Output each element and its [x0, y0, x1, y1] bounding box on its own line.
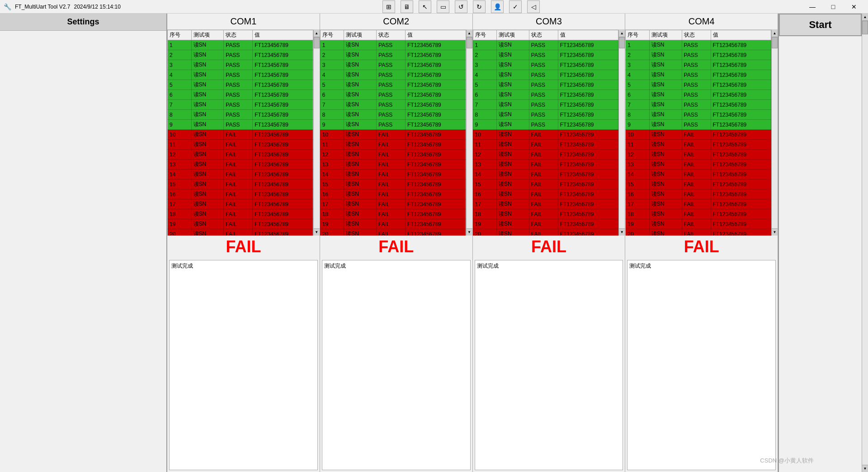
com3-scrollbar[interactable]: ▲ ▼ [618, 30, 625, 236]
cell-item: 读SN [497, 120, 529, 130]
main-scrollbar[interactable]: ▲ ▼ [862, 14, 868, 472]
cell-id: 16 [168, 189, 192, 199]
cell-id: 1 [168, 40, 192, 50]
toolbar-refresh-icon[interactable]: ↻ [473, 0, 486, 13]
cell-value: FT123456789 [558, 229, 618, 236]
com4-table: 序号 测试项 状态 值 1 读SN PASS FT123456789 2 读SN… [625, 30, 771, 236]
com3-scroll-up[interactable]: ▲ [619, 30, 625, 37]
table-row: 18 读SN FAIL FT123456789 [473, 209, 618, 219]
com4-scroll-down[interactable]: ▼ [772, 228, 778, 236]
cell-id: 9 [626, 120, 650, 130]
table-row: 13 读SN FAIL FT123456789 [626, 160, 771, 170]
cell-id: 8 [320, 110, 344, 120]
table-row: 3 读SN PASS FT123456789 [626, 60, 771, 70]
com1-scroll-thumb[interactable] [314, 37, 320, 48]
minimize-button[interactable]: — [802, 0, 823, 14]
cell-item: 读SN [649, 189, 682, 199]
start-button[interactable]: Start [779, 14, 862, 36]
com1-col-status: 状态 [224, 30, 253, 40]
toolbar-rotate-icon[interactable]: ↺ [455, 0, 467, 13]
com2-scroll-down[interactable]: ▼ [467, 228, 472, 236]
table-row: 13 读SN FAIL FT123456789 [320, 160, 466, 170]
main-scroll-up[interactable]: ▲ [862, 14, 868, 21]
com1-title: COM1 [167, 14, 320, 30]
table-row: 6 读SN PASS FT123456789 [168, 90, 313, 100]
maximize-button[interactable]: □ [823, 0, 844, 14]
com1-scrollbar[interactable]: ▲ ▼ [313, 30, 320, 236]
cell-value: FT123456789 [558, 120, 618, 130]
cell-item: 读SN [191, 40, 224, 50]
cell-item: 读SN [191, 140, 224, 150]
title-bar-left: 🔧 FT_MultiUart Tool V2.7 2024/9/12 15:14… [4, 3, 121, 10]
cell-status: FAIL [682, 179, 711, 189]
com2-scrollbar[interactable]: ▲ ▼ [466, 30, 472, 236]
cell-status: PASS [529, 50, 558, 60]
cell-id: 3 [320, 60, 344, 70]
toolbar-cursor-icon[interactable]: ↖ [419, 0, 431, 13]
toolbar-rect-icon[interactable]: ▭ [437, 0, 449, 13]
table-row: 9 读SN PASS FT123456789 [320, 120, 466, 130]
cell-item: 读SN [649, 160, 682, 170]
cell-item: 读SN [191, 70, 224, 80]
cell-value: FT123456789 [558, 209, 618, 219]
com3-scroll-thumb[interactable] [619, 37, 625, 48]
cell-value: FT123456789 [253, 160, 313, 170]
table-row: 5 读SN PASS FT123456789 [473, 80, 618, 90]
com1-scroll-up[interactable]: ▲ [314, 30, 320, 37]
com3-scroll-down[interactable]: ▼ [619, 228, 625, 236]
cell-value: FT123456789 [558, 80, 618, 90]
title-bar: 🔧 FT_MultiUart Tool V2.7 2024/9/12 15:14… [0, 0, 868, 14]
table-row: 14 读SN FAIL FT123456789 [473, 170, 618, 179]
cell-value: FT123456789 [406, 160, 466, 170]
cell-status: FAIL [224, 150, 253, 160]
com4-scroll-up[interactable]: ▲ [772, 30, 778, 37]
toolbar-check-icon[interactable]: ✓ [509, 0, 522, 13]
cell-id: 7 [626, 100, 650, 110]
cell-id: 9 [320, 120, 344, 130]
table-row: 4 读SN PASS FT123456789 [626, 70, 771, 80]
table-row: 7 读SN PASS FT123456789 [626, 100, 771, 110]
com3-panel: COM3 序号 测试项 状态 值 [473, 14, 626, 472]
cell-value: FT123456789 [406, 150, 466, 160]
cell-value: FT123456789 [253, 120, 313, 130]
cell-item: 读SN [344, 110, 377, 120]
com2-table: 序号 测试项 状态 值 1 读SN PASS FT123456789 2 读SN… [320, 30, 466, 236]
table-row: 8 读SN PASS FT123456789 [320, 110, 466, 120]
cell-item: 读SN [191, 179, 224, 189]
com1-scroll-track [314, 37, 320, 228]
toolbar-monitor-icon[interactable]: 🖥 [401, 0, 413, 13]
com2-scroll-thumb[interactable] [467, 37, 472, 48]
cell-status: FAIL [377, 160, 406, 170]
cell-value: FT123456789 [711, 209, 771, 219]
table-row: 4 读SN PASS FT123456789 [168, 70, 313, 80]
main-scroll-down[interactable]: ▼ [862, 465, 868, 472]
cell-status: FAIL [377, 219, 406, 229]
cell-item: 读SN [344, 40, 377, 50]
toolbar-grid-icon[interactable]: ⊞ [382, 0, 395, 13]
com3-col-value: 值 [558, 30, 618, 40]
cell-item: 读SN [344, 130, 377, 140]
table-row: 6 读SN PASS FT123456789 [320, 90, 466, 100]
cell-value: FT123456789 [558, 179, 618, 189]
cell-item: 读SN [191, 219, 224, 229]
cell-status: FAIL [682, 209, 711, 219]
com-panels-area: COM1 序号 测试项 状态 值 [167, 14, 778, 472]
toolbar-back-icon[interactable]: ◁ [527, 0, 540, 13]
com4-col-value: 值 [711, 30, 771, 40]
com1-scroll-down[interactable]: ▼ [314, 228, 320, 236]
cell-value: FT123456789 [253, 50, 313, 60]
cell-value: FT123456789 [711, 120, 771, 130]
cell-value: FT123456789 [711, 40, 771, 50]
com2-scroll-up[interactable]: ▲ [467, 30, 472, 37]
cell-value: FT123456789 [406, 130, 466, 140]
main-scroll-thumb[interactable] [862, 21, 868, 34]
com4-scrollbar[interactable]: ▲ ▼ [771, 30, 778, 236]
close-button[interactable]: ✕ [844, 0, 864, 14]
cell-item: 读SN [191, 80, 224, 90]
cell-item: 读SN [649, 110, 682, 120]
cell-id: 18 [473, 209, 497, 219]
toolbar-user-icon[interactable]: 👤 [491, 0, 504, 13]
table-row: 4 读SN PASS FT123456789 [473, 70, 618, 80]
table-row: 20 读SN FAIL FT123456789 [168, 229, 313, 236]
com4-scroll-thumb[interactable] [772, 37, 778, 48]
